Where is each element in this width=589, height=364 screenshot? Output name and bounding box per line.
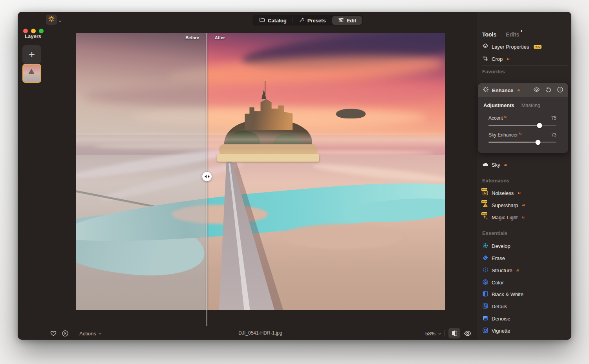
pro-badge: PRO [534,45,541,49]
tab-adjustments[interactable]: Adjustments [483,102,514,108]
item-label: Denoise [492,316,510,322]
compare-view-button[interactable] [448,328,460,339]
tab-edit[interactable]: Edit [332,16,362,25]
tab-tools[interactable]: Tools [482,31,496,38]
pro-mini-badge: PRO [481,200,487,203]
layer-thumbnail-selected[interactable] [22,64,41,83]
item-label: Develop [492,243,510,249]
sidebar-item-structure[interactable]: Structure AI [482,266,519,274]
split-compare-icon [451,330,458,337]
tab-presets[interactable]: Presets [293,16,332,25]
denoise-icon [482,315,488,322]
edits-label: Edits [506,31,519,38]
chevron-down-icon [438,332,441,335]
sidebar-item-color[interactable]: Color [482,278,504,286]
after-label: After [215,35,225,40]
sidebar-item-supersharp[interactable]: PRO Supersharp AI [482,201,525,209]
color-wheel-icon [482,279,488,286]
zoom-level-dropdown[interactable]: 58% [425,330,441,337]
ai-superscript: AI [517,89,520,92]
cloud-icon [482,161,488,169]
chevron-down-icon[interactable] [58,18,62,25]
sidebar-item-erase[interactable]: Erase [482,254,505,262]
sidebar-item-black-white[interactable]: Black & White [482,290,523,298]
minimize-window-button[interactable] [31,29,36,33]
pro-mini-badge: PRO [481,212,487,215]
develop-sun-icon [482,242,488,250]
photo-canvas[interactable]: Before After [76,33,445,310]
item-label: Vignette [492,328,510,334]
enhance-tabs: Adjustments Masking [478,97,568,108]
ai-superscript: AI [516,269,519,272]
item-label: Layer Properties [492,44,529,50]
pro-mini-badge: PRO [481,188,487,191]
tab-catalog[interactable]: Catalog [253,16,293,25]
bottombar-separator [444,330,444,337]
structure-dots-icon [482,267,488,274]
sidebar-item-crop[interactable]: Crop AI [482,55,509,63]
enhance-panel-header[interactable]: Enhance AI [478,83,568,97]
ai-superscript: AI [518,192,520,195]
details-checker-icon [482,303,488,310]
add-layer-button[interactable]: + [22,45,41,64]
item-label: Structure [492,268,512,273]
app-menu-button[interactable] [46,15,57,25]
compare-divider-handle[interactable] [202,172,212,181]
sidebar-item-vignette[interactable]: Vignette [482,327,510,335]
enhance-title: Enhance [492,87,513,93]
sidebar-divider [482,65,568,66]
enhance-panel: Enhance AI [478,83,568,153]
info-button[interactable] [557,86,563,95]
before-clip [76,33,207,310]
app-window: Catalog Presets [18,12,571,340]
accent-value: 75 [551,115,556,121]
filename-label: DJI_0541-HDR-1.jpg [76,330,445,336]
mont-saint-michel [217,89,319,164]
sidebar-item-noiseless[interactable]: PRO Noiseless AI [482,189,520,197]
sky-enhancer-slider[interactable] [488,142,556,143]
item-label: Sky [492,162,500,168]
zoom-level-value: 58% [425,331,435,337]
tab-edits[interactable]: Edits [506,31,519,38]
item-label: Black & White [492,291,523,297]
item-label: Erase [492,255,505,261]
arrow-left-icon [205,175,207,178]
slider-thumb[interactable] [537,123,542,128]
sky-enhancer-value: 73 [551,132,556,138]
heart-icon [50,330,57,337]
eraser-icon [482,255,488,262]
crop-icon [482,55,488,63]
sliders-icon [338,17,344,24]
preview-original-button[interactable] [464,329,472,337]
sidebar-item-denoise[interactable]: Denoise [482,315,510,322]
tab-label: Catalog [268,18,287,24]
sidebar-item-sky[interactable]: Sky AI [482,161,507,169]
folder-icon [259,17,265,24]
reset-button[interactable] [545,86,552,95]
info-icon [557,86,563,93]
essentials-header: Essentials [482,230,507,237]
luminar-sunburst-icon [48,16,55,24]
accent-slider[interactable] [488,125,556,126]
favorite-heart-button[interactable] [50,330,57,337]
visibility-toggle-button[interactable] [533,86,540,95]
accent-slider-group: AccentAI 75 [488,115,556,126]
slider-thumb[interactable] [536,140,541,145]
sidebar-tabs: Tools Edits [482,31,519,38]
item-label: Details [492,304,507,309]
ai-superscript: AI [521,216,524,219]
vignette-icon [482,327,488,335]
zoom-window-button[interactable] [39,29,44,33]
ai-superscript: AI [507,58,509,60]
black-white-icon [482,291,488,298]
reject-button[interactable] [62,330,69,337]
close-window-button[interactable] [23,29,28,33]
sidebar-item-layer-properties[interactable]: Layer Properties PRO [482,43,541,51]
sidebar-item-magic-light[interactable]: PRO Magic Light AI [482,213,524,221]
item-label: Color [492,280,504,286]
sidebar-item-develop[interactable]: Develop [482,242,510,250]
tab-masking[interactable]: Masking [521,102,540,108]
layers-stack-icon [482,43,488,51]
sidebar-item-details[interactable]: Details [482,302,507,310]
eye-icon [533,86,540,93]
